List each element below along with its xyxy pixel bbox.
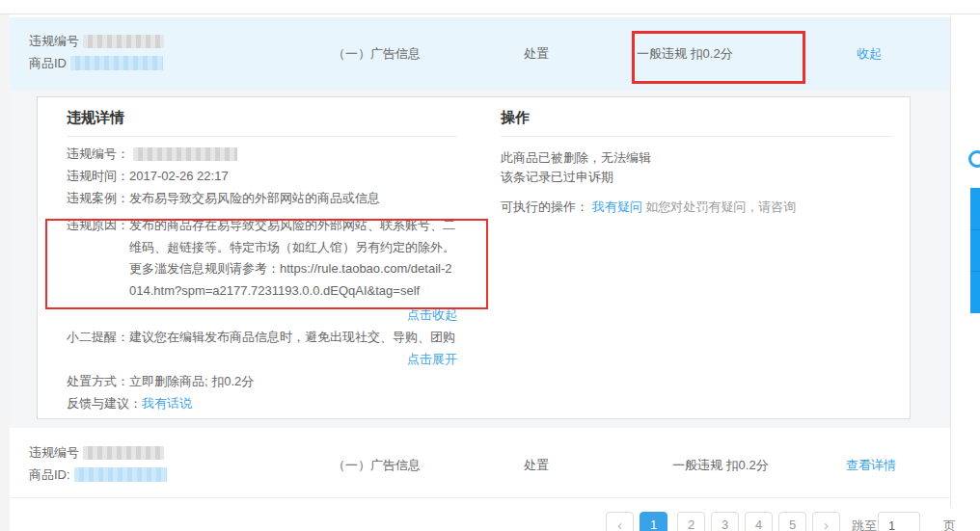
product-id-line: 商品ID: bbox=[29, 464, 167, 486]
field-violation-time: 违规时间： 2017-02-26 22:17 bbox=[67, 165, 457, 187]
actions-label: 可执行的操作： bbox=[501, 199, 588, 214]
violation-detail-title: 违规详情 bbox=[67, 109, 457, 137]
disposal-label: 处置 bbox=[524, 457, 549, 474]
page-button-3[interactable]: 3 bbox=[711, 512, 739, 531]
operations-column: 操作 此商品已被删除，无法编辑 该条记录已过申诉期 可执行的操作： 我有疑问 如… bbox=[501, 97, 892, 217]
jump-to-label: 跳至 bbox=[852, 518, 877, 531]
redacted-violation-no bbox=[133, 147, 237, 161]
floating-service-icon bbox=[968, 150, 980, 168]
field-violation-case-label: 违规案例： bbox=[67, 187, 129, 209]
redacted-product-id bbox=[70, 56, 163, 70]
jump-to-page-input[interactable] bbox=[878, 512, 920, 531]
violation-no-label: 违规编号 bbox=[29, 441, 79, 464]
violation-detail-panel: 违规详情 违规编号： 违规时间： 2017-02-26 22:17 违规案例： … bbox=[37, 96, 911, 419]
violation-no-line: 违规编号 bbox=[29, 441, 167, 464]
page-button-5[interactable]: 5 bbox=[778, 512, 806, 531]
violation-no-label: 违规编号 bbox=[29, 30, 79, 52]
collapse-reason-link[interactable]: 点击收起 bbox=[407, 307, 457, 322]
page-button-1[interactable]: 1 bbox=[640, 512, 667, 531]
top-divider bbox=[0, 0, 980, 14]
floating-toolbar[interactable] bbox=[970, 188, 980, 313]
expand-reminder-link[interactable]: 点击展开 bbox=[407, 352, 457, 366]
field-violation-time-label: 违规时间： bbox=[67, 165, 129, 187]
redacted-product-id bbox=[74, 467, 167, 482]
view-detail-link[interactable]: 查看详情 bbox=[846, 457, 896, 474]
violation-no-line: 违规编号 bbox=[29, 30, 164, 52]
field-violation-reason-label: 违规原因： bbox=[67, 215, 129, 302]
field-violation-case-value: 发布易导致交易风险的外部网站的商品或信息 bbox=[129, 187, 457, 209]
collapse-link[interactable]: 收起 bbox=[857, 45, 882, 63]
right-divider-line bbox=[950, 13, 951, 507]
field-violation-no: 违规编号： bbox=[67, 143, 457, 165]
pagination: ‹ 1 2 3 4 5 › 跳至 页 bbox=[598, 512, 980, 531]
field-violation-no-label: 违规编号： bbox=[67, 143, 129, 165]
product-id-line: 商品ID bbox=[29, 52, 164, 74]
question-link[interactable]: 我有疑问 bbox=[592, 199, 642, 214]
field-violation-time-value: 2017-02-26 22:17 bbox=[129, 165, 457, 187]
page-button-4[interactable]: 4 bbox=[745, 512, 773, 531]
product-id-label: 商品ID: bbox=[29, 464, 70, 486]
field-feedback-label: 反馈与建议： bbox=[67, 392, 142, 414]
field-disposal-method: 处置方式： 立即删除商品; 扣0.2分 bbox=[67, 370, 457, 392]
prev-page-button[interactable]: ‹ bbox=[606, 512, 634, 531]
action-hint: 如您对处罚有疑问，请咨询 bbox=[645, 199, 796, 214]
violation-row-expanded: 违规编号 商品ID （一）广告信息 处置 一般违规 扣0.2分 收起 bbox=[10, 17, 950, 90]
feedback-link[interactable]: 我有话说 bbox=[142, 392, 192, 414]
page-unit-label: 页 bbox=[943, 518, 956, 531]
operation-status-line1: 此商品已被删除，无法编辑 bbox=[501, 148, 892, 168]
field-violation-reason: 违规原因： 发布的商品存在易导致交易风险的外部网站、联系账号、二维码、超链接等。… bbox=[67, 215, 457, 302]
toolbar-separator bbox=[970, 229, 980, 230]
field-violation-case: 违规案例： 发布易导致交易风险的外部网站的商品或信息 bbox=[67, 187, 457, 209]
penalty-text: 一般违规 扣0.2分 bbox=[637, 45, 733, 63]
field-reminder-text: 建议您在编辑发布商品信息时，避免出现社交、导购、团购、促... bbox=[129, 326, 457, 348]
page-left-gutter bbox=[0, 14, 10, 531]
toolbar-separator bbox=[970, 271, 980, 272]
violation-category: （一）广告信息 bbox=[333, 45, 421, 63]
violation-row-collapsed: 违规编号 商品ID: （一）广告信息 处置 一般违规 扣0.2分 查看详情 bbox=[10, 429, 950, 498]
violation-id-block: 违规编号 商品ID bbox=[29, 17, 164, 74]
product-id-label: 商品ID bbox=[29, 52, 67, 74]
redacted-violation-no bbox=[83, 35, 164, 48]
operation-status-line2: 该条记录已过申诉期 bbox=[501, 168, 892, 187]
operation-actions-line: 可执行的操作： 我有疑问 如您对处罚有疑问，请咨询 bbox=[501, 198, 892, 217]
field-disposal-method-value: 立即删除商品; 扣0.2分 bbox=[129, 370, 457, 392]
next-page-button[interactable]: › bbox=[812, 512, 840, 531]
field-violation-reason-value: 发布的商品存在易导致交易风险的外部网站、联系账号、二维码、超链接等。特定市场（如… bbox=[129, 215, 457, 302]
operations-title: 操作 bbox=[501, 109, 892, 137]
field-reminder: 小二提醒： 建议您在编辑发布商品信息时，避免出现社交、导购、团购、促... bbox=[67, 326, 457, 348]
violation-detail-column: 违规详情 违规编号： 违规时间： 2017-02-26 22:17 违规案例： … bbox=[67, 97, 457, 414]
violation-fields: 违规编号： 违规时间： 2017-02-26 22:17 违规案例： 发布易导致… bbox=[67, 143, 457, 302]
field-feedback: 反馈与建议： 我有话说 bbox=[67, 392, 457, 414]
violation-id-block: 违规编号 商品ID: bbox=[29, 429, 167, 486]
redacted-violation-no bbox=[83, 446, 164, 460]
disposal-label: 处置 bbox=[524, 45, 549, 63]
penalty-text: 一般违规 扣0.2分 bbox=[672, 457, 769, 474]
violation-category: （一）广告信息 bbox=[333, 457, 421, 474]
page-button-2[interactable]: 2 bbox=[677, 512, 705, 531]
field-reminder-label: 小二提醒： bbox=[67, 326, 129, 348]
field-disposal-method-label: 处置方式： bbox=[67, 370, 129, 392]
